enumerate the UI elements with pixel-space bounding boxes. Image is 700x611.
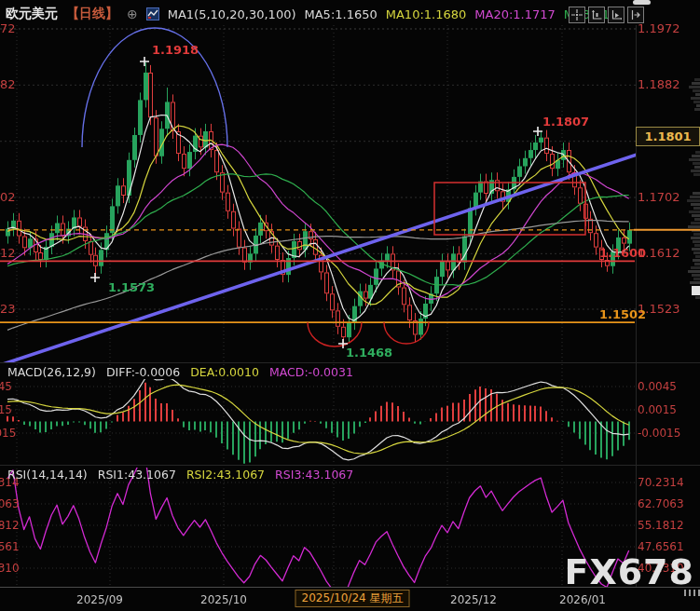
- time-axis-label: 2026/01: [559, 593, 606, 606]
- macd-legend: MACD(26,12,9) DIFF:-0.0006 DEA:0.0010 MA…: [7, 365, 353, 379]
- chart-canvas[interactable]: [0, 0, 700, 611]
- price-annotation: 1.1468: [346, 346, 392, 360]
- crosshair-date-tag: 2025/10/24 星期五: [295, 590, 410, 607]
- macd-axis-label: 0.0015: [638, 403, 677, 416]
- macd-axis-label-left: -0.0015: [0, 427, 5, 440]
- current-price-tag: 1.1801: [636, 127, 700, 146]
- ma20-value: MA20:1.1717: [474, 7, 556, 21]
- axis-scale-icon[interactable]: [588, 7, 605, 23]
- rsi1-value: RSI1:43.1067: [98, 468, 176, 482]
- price-axis-label: 1.1882: [638, 77, 680, 91]
- rsi3-value: RSI3:43.1067: [275, 468, 353, 482]
- price-axis-label: 1.1972: [638, 21, 680, 35]
- period-label[interactable]: 【日线】: [66, 6, 118, 22]
- rsi-axis-label-left: 62.7063: [0, 497, 5, 510]
- macd-axis-label-left: 0.0015: [0, 403, 5, 416]
- price-axis-label-left: 1.1702: [0, 190, 5, 204]
- watermark: FX678: [564, 551, 694, 592]
- symbol-name: 欧元美元: [6, 6, 58, 22]
- time-axis-label: 2025/09: [76, 593, 123, 606]
- chart-header: 欧元美元 【日线】 ⊕ MA1(5,10,20,30,100) MA5:1.16…: [6, 6, 610, 22]
- rsi-axis-label-left: 55.1812: [0, 519, 5, 532]
- price-annotation: 1.1573: [108, 280, 155, 294]
- shift-right-icon[interactable]: [627, 7, 644, 23]
- chart-type-icon[interactable]: [146, 7, 159, 20]
- rsi-legend: RSI(14,14,14) RSI1:43.1067 RSI2:43.1067 …: [7, 468, 353, 482]
- crosshair-icon[interactable]: [569, 7, 585, 23]
- macd-dea-value: DEA:0.0010: [190, 365, 259, 379]
- ma10-value: MA10:1.1680: [386, 7, 467, 21]
- price-axis-label-left: 1.1523: [0, 302, 5, 316]
- price-axis-label-left: 1.1972: [0, 21, 5, 35]
- chart-toolbar: [569, 7, 644, 23]
- macd-axis-label-left: 0.0045: [0, 380, 5, 393]
- rsi-axis-label-left: 40.1310: [0, 562, 5, 575]
- ma5-value: MA5:1.1650: [305, 7, 377, 21]
- price-axis-label-left: 1.1612: [0, 246, 5, 260]
- rsi-title: RSI(14,14,14): [7, 468, 88, 482]
- price-axis-label: 1.1702: [638, 190, 680, 204]
- price-annotation: 1.1918: [152, 43, 199, 57]
- macd-title: MACD(26,12,9): [7, 365, 96, 379]
- macd-axis-label: 0.0045: [638, 380, 677, 393]
- rsi-axis-label-left: 47.6561: [0, 540, 5, 553]
- axis-play-icon[interactable]: [608, 7, 625, 23]
- rsi2-value: RSI2:43.1067: [186, 468, 265, 482]
- circle-plus-icon[interactable]: ⊕: [127, 7, 138, 21]
- scroll-thumb: [633, 0, 651, 5]
- price-annotation: 1.1600: [599, 246, 646, 260]
- macd-diff-value: DIFF:-0.0006: [106, 365, 180, 379]
- time-axis-label: 2025/10: [200, 593, 247, 606]
- price-annotation: 1.1502: [599, 307, 646, 321]
- rsi-axis-label: 70.2314: [638, 476, 684, 489]
- ma-settings-label: MA1(5,10,20,30,100): [168, 7, 296, 21]
- macd-macd-value: MACD:-0.0031: [269, 365, 353, 379]
- rsi-axis-label: 62.7063: [638, 497, 684, 510]
- rsi-axis-label-left: 70.2314: [0, 476, 5, 489]
- price-annotation: 1.1807: [542, 115, 589, 129]
- price-axis-label-left: 1.1882: [0, 77, 5, 91]
- rsi-axis-label: 55.1812: [638, 519, 684, 532]
- macd-axis-label: -0.0015: [638, 427, 680, 440]
- chart-app: 欧元美元 【日线】 ⊕ MA1(5,10,20,30,100) MA5:1.16…: [0, 0, 700, 611]
- time-axis-label: 2025/12: [450, 593, 497, 606]
